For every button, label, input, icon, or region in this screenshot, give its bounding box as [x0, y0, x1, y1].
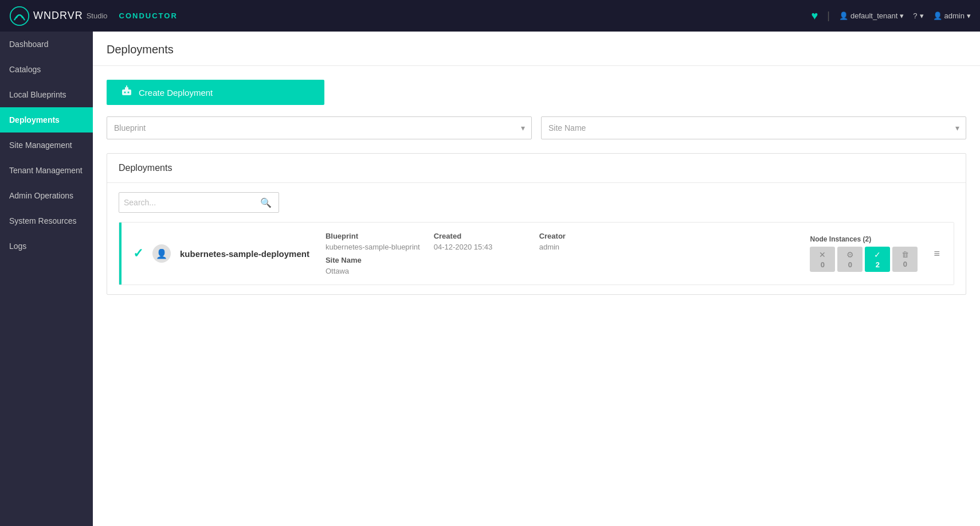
site-name-filter-wrapper: Site Name: [541, 116, 966, 139]
content-body: Create Deployment Blueprint Site Name: [93, 66, 980, 526]
create-deployment-icon: [120, 85, 133, 100]
page-title: Deployments: [107, 43, 966, 56]
admin-icon: 👤: [933, 11, 942, 20]
help-chevron: ▾: [920, 11, 924, 20]
created-label: Created: [434, 232, 526, 240]
help-icon: ?: [913, 11, 917, 20]
svg-point-4: [128, 91, 130, 93]
sidebar-item-label: Tenant Management: [9, 166, 83, 175]
deployment-details: Blueprint kubernetes-sample-blueprint Si…: [326, 232, 801, 275]
avatar: 👤: [152, 244, 171, 263]
created-value: 04-12-2020 15:43: [434, 243, 526, 251]
node-badge-delete[interactable]: 🗑 0: [892, 247, 918, 272]
sidebar: Dashboard Catalogs Local Blueprints Depl…: [0, 32, 93, 526]
sidebar-item-label: Catalogs: [9, 65, 41, 74]
admin-menu[interactable]: 👤 admin ▾: [933, 11, 971, 20]
sidebar-item-system-resources[interactable]: System Resources: [0, 208, 93, 233]
deployments-section-title: Deployments: [119, 163, 172, 173]
sidebar-item-local-blueprints[interactable]: Local Blueprints: [0, 82, 93, 107]
sidebar-item-admin-operations[interactable]: Admin Operations: [0, 183, 93, 208]
help-button[interactable]: ? ▾: [913, 11, 923, 20]
filters-row: Blueprint Site Name: [107, 116, 966, 139]
sidebar-item-deployments[interactable]: Deployments: [0, 107, 93, 133]
admin-label: admin: [944, 11, 965, 20]
sidebar-item-label: Site Management: [9, 141, 72, 150]
deployments-panel: Deployments 🔍 ✓: [107, 153, 966, 295]
deployment-info-main: kubernetes-sample-deployment: [180, 249, 309, 259]
brand-studio: Studio: [87, 11, 108, 20]
sidebar-item-label: System Resources: [9, 216, 76, 225]
blueprint-value[interactable]: kubernetes-sample-blueprint: [326, 243, 420, 251]
navbar-separator: |: [827, 10, 830, 22]
check-icon: ✓: [874, 250, 881, 259]
search-input[interactable]: [124, 198, 258, 207]
sidebar-item-dashboard[interactable]: Dashboard: [0, 32, 93, 57]
deployment-status-icon: ✓: [133, 246, 143, 261]
site-name-label: Site Name: [326, 256, 420, 264]
sidebar-item-label: Deployments: [9, 115, 60, 124]
tenant-label: default_tenant: [850, 11, 897, 20]
delete-count: 0: [903, 260, 907, 268]
sidebar-item-tenant-management[interactable]: Tenant Management: [0, 158, 93, 183]
blueprint-detail: Blueprint kubernetes-sample-blueprint Si…: [326, 232, 420, 275]
brand-logo: WNDRVR Studio: [9, 6, 108, 26]
deployment-menu-button[interactable]: ≡: [931, 246, 942, 262]
node-badge-cancel[interactable]: ✕ 0: [810, 247, 835, 272]
node-instances-label: Node Instances (2): [810, 235, 871, 243]
sidebar-item-catalogs[interactable]: Catalogs: [0, 57, 93, 82]
brand-wndrvr: WNDRVR: [33, 10, 83, 22]
deployments-panel-header: Deployments: [107, 154, 966, 183]
logo-icon: [9, 6, 30, 26]
settings-count: 0: [848, 260, 852, 269]
sidebar-item-label: Logs: [9, 241, 26, 251]
health-icon[interactable]: ♥: [811, 9, 818, 22]
search-icon: 🔍: [260, 198, 272, 208]
site-name-value: Ottawa: [326, 267, 420, 275]
created-detail: Created 04-12-2020 15:43: [434, 232, 526, 275]
deployment-name[interactable]: kubernetes-sample-deployment: [180, 249, 309, 259]
page-header: Deployments: [93, 32, 980, 66]
node-instances: Node Instances (2) ✕ 0 ⚙: [810, 235, 918, 272]
node-badges: ✕ 0 ⚙ 0: [810, 247, 918, 272]
sidebar-item-site-management[interactable]: Site Management: [0, 133, 93, 158]
create-deployment-label: Create Deployment: [139, 88, 213, 98]
node-badge-settings[interactable]: ⚙ 0: [837, 247, 863, 272]
sidebar-item-label: Local Blueprints: [9, 90, 66, 99]
search-bar: 🔍: [119, 192, 279, 213]
deployments-list: ✓ 👤 kubernetes-sample-deployment: [119, 222, 954, 285]
node-badge-success[interactable]: ✓ 2: [865, 247, 890, 272]
content-area: Deployments Create Deployment: [93, 32, 980, 526]
avatar-icon: 👤: [156, 248, 167, 259]
navbar: WNDRVR Studio CONDUCTOR ♥ | 👤 default_te…: [0, 0, 980, 32]
svg-rect-2: [125, 87, 128, 90]
success-count: 2: [876, 260, 880, 269]
sidebar-item-label: Dashboard: [9, 40, 49, 49]
search-button[interactable]: 🔍: [258, 197, 274, 208]
creator-label: Creator: [539, 232, 631, 240]
blueprint-label: Blueprint: [326, 232, 420, 240]
blueprint-filter[interactable]: Blueprint: [107, 116, 532, 139]
svg-rect-1: [122, 89, 131, 95]
sidebar-item-label: Admin Operations: [9, 191, 73, 200]
navbar-right: ♥ | 👤 default_tenant ▾ ? ▾ 👤 admin ▾: [811, 9, 971, 22]
creator-value: admin: [539, 243, 631, 251]
cancel-count: 0: [821, 260, 825, 269]
creator-detail: Creator admin: [539, 232, 631, 275]
settings-icon: ⚙: [846, 250, 854, 259]
main-layout: Dashboard Catalogs Local Blueprints Depl…: [0, 32, 980, 526]
svg-point-6: [126, 85, 127, 87]
create-deployment-button[interactable]: Create Deployment: [107, 80, 324, 105]
blueprint-filter-wrapper: Blueprint: [107, 116, 532, 139]
tenant-chevron: ▾: [900, 11, 904, 20]
admin-chevron: ▾: [967, 11, 971, 20]
table-row: ✓ 👤 kubernetes-sample-deployment: [119, 223, 954, 285]
deployments-panel-body: 🔍 ✓ 👤: [107, 183, 966, 294]
sidebar-item-logs[interactable]: Logs: [0, 233, 93, 259]
site-name-filter[interactable]: Site Name: [541, 116, 966, 139]
delete-icon: 🗑: [901, 250, 909, 259]
brand-conductor: CONDUCTOR: [119, 11, 178, 20]
svg-point-3: [124, 91, 126, 93]
tenant-selector[interactable]: 👤 default_tenant ▾: [839, 11, 904, 20]
cancel-icon: ✕: [819, 250, 826, 259]
svg-point-0: [10, 6, 29, 25]
